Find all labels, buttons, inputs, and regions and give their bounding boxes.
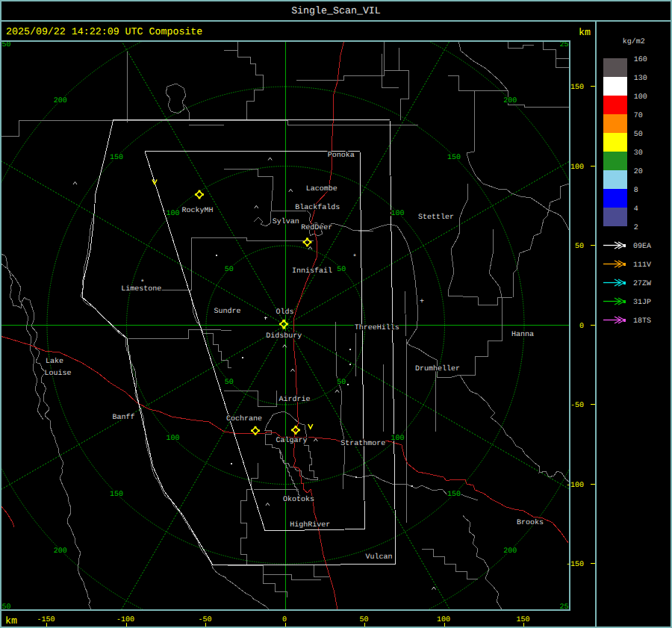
- svg-text:Sundre: Sundre: [214, 307, 240, 316]
- svg-text:-100: -100: [116, 616, 134, 624]
- svg-text:Ponoka: Ponoka: [328, 151, 355, 160]
- svg-text:Blackfalds: Blackfalds: [295, 203, 340, 212]
- svg-text:100: 100: [634, 93, 647, 102]
- svg-text:150: 150: [447, 154, 461, 162]
- svg-text:250: 250: [0, 41, 11, 49]
- svg-text:150: 150: [447, 491, 461, 499]
- svg-text:09EA: 09EA: [633, 243, 651, 251]
- svg-text:ThreeHills: ThreeHills: [355, 323, 399, 332]
- svg-text:200: 200: [54, 547, 67, 556]
- svg-text:50: 50: [634, 131, 643, 139]
- svg-text:0: 0: [579, 323, 584, 331]
- svg-text:111V: 111V: [633, 261, 651, 270]
- svg-text:Vulcan: Vulcan: [365, 553, 392, 562]
- svg-text:Brooks: Brooks: [517, 518, 544, 527]
- svg-text:-150: -150: [37, 616, 55, 624]
- svg-text:Drumheller: Drumheller: [415, 364, 460, 373]
- svg-text:*: *: [140, 279, 145, 287]
- svg-text:100: 100: [437, 616, 450, 624]
- svg-text:Sylvan: Sylvan: [273, 217, 299, 226]
- svg-text:Lacombe: Lacombe: [306, 184, 337, 193]
- svg-text:Olds: Olds: [276, 308, 293, 317]
- svg-text:Louise: Louise: [44, 369, 71, 378]
- svg-text:130: 130: [634, 75, 647, 83]
- svg-text:18TS: 18TS: [633, 317, 651, 326]
- svg-text:Lake: Lake: [46, 357, 63, 366]
- svg-text:-50: -50: [198, 616, 211, 624]
- svg-text:Banff: Banff: [112, 413, 134, 422]
- svg-text:50: 50: [225, 266, 234, 274]
- svg-text:RockyMH: RockyMH: [181, 206, 213, 215]
- svg-text:Stettler: Stettler: [418, 213, 454, 222]
- svg-text:-100: -100: [566, 482, 584, 490]
- svg-text:km: km: [5, 615, 17, 627]
- svg-text:200: 200: [503, 547, 517, 556]
- svg-text:Strathmore: Strathmore: [340, 439, 385, 448]
- svg-text:4: 4: [634, 205, 638, 214]
- svg-text:200: 200: [503, 97, 517, 105]
- svg-text:31JP: 31JP: [633, 299, 651, 307]
- svg-text:20: 20: [634, 168, 643, 176]
- svg-text:8: 8: [634, 187, 638, 195]
- svg-text:100: 100: [166, 435, 179, 443]
- svg-text:100: 100: [391, 435, 405, 443]
- svg-text:100: 100: [166, 210, 179, 218]
- svg-text:HighRiver: HighRiver: [290, 520, 330, 529]
- svg-text:0: 0: [282, 616, 287, 624]
- svg-text:200: 200: [54, 97, 67, 105]
- svg-text:Cochrane: Cochrane: [226, 414, 262, 423]
- svg-text:Okotoks: Okotoks: [283, 495, 314, 504]
- svg-text:Didsbury: Didsbury: [266, 332, 302, 341]
- svg-text:*: *: [352, 253, 357, 262]
- svg-text:100: 100: [570, 164, 584, 172]
- svg-text:150: 150: [110, 154, 123, 162]
- svg-text:30: 30: [634, 149, 643, 158]
- svg-text:km: km: [579, 27, 591, 38]
- svg-text:-50: -50: [570, 402, 584, 410]
- svg-text:2: 2: [634, 224, 638, 232]
- svg-text:Innisfail: Innisfail: [292, 267, 332, 276]
- svg-text:100: 100: [391, 210, 405, 218]
- svg-text:-150: -150: [566, 561, 584, 569]
- svg-text:150: 150: [570, 84, 584, 92]
- svg-text:50: 50: [575, 243, 584, 251]
- svg-text:50: 50: [337, 266, 346, 274]
- svg-text:Single_Scan_VIL: Single_Scan_VIL: [291, 5, 381, 16]
- svg-text:160: 160: [634, 56, 647, 64]
- svg-text:50: 50: [359, 616, 368, 624]
- svg-text:150: 150: [110, 491, 123, 499]
- svg-text:RedDeer: RedDeer: [301, 223, 332, 232]
- svg-text:Airdrie: Airdrie: [279, 395, 310, 404]
- svg-text:50: 50: [225, 379, 234, 387]
- svg-text:50: 50: [337, 379, 346, 387]
- svg-text:27ZW: 27ZW: [633, 280, 651, 288]
- svg-text:kg/m2: kg/m2: [623, 37, 645, 46]
- svg-text:2025/09/22 14:22:09 UTC Compos: 2025/09/22 14:22:09 UTC Composite: [6, 26, 202, 37]
- svg-text:150: 150: [516, 616, 529, 624]
- svg-text:Calgary: Calgary: [276, 436, 307, 445]
- svg-text:70: 70: [634, 112, 643, 120]
- svg-text:Hanna: Hanna: [511, 331, 534, 339]
- svg-text:+: +: [420, 298, 424, 306]
